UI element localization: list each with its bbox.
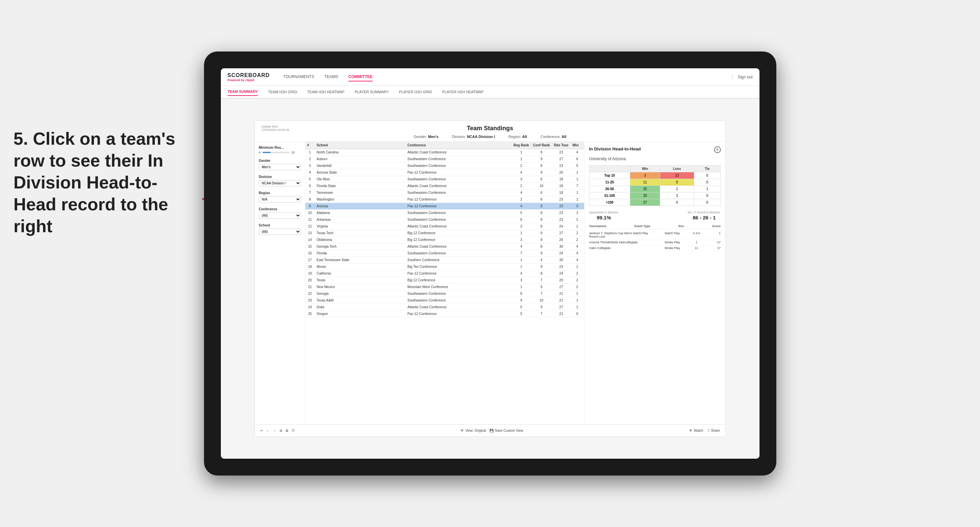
h2h-right-panel: In Division Head-to-Head × University of… <box>584 142 725 424</box>
undo-button[interactable]: ↩ <box>260 429 263 432</box>
table-row[interactable]: 21 New Mexico Mountain West Conference 1… <box>305 284 584 290</box>
cell-rds: 27 <box>552 284 570 290</box>
paste-button[interactable]: ⊞ <box>285 429 288 432</box>
cell-num: 8 <box>305 196 315 203</box>
h2h-cell-range: Top 10 <box>589 172 630 179</box>
table-row[interactable]: 3 Vanderbilt Southeastern Conference 2 8… <box>305 162 584 169</box>
table-row[interactable]: 10 Alabama Southeastern Conference 5 8 2… <box>305 210 584 216</box>
forward-button[interactable]: → <box>273 429 277 432</box>
cell-school: Virginia <box>315 223 406 230</box>
eye-icon: 👁 <box>689 429 692 432</box>
cell-win: 3 <box>571 203 584 210</box>
cell-conf-rank: 6 <box>531 189 552 196</box>
clock-button[interactable]: ⏱ <box>291 429 295 432</box>
table-row[interactable]: 18 Illinois Big Ten Conference 1 9 23 1 <box>305 264 584 270</box>
table-row[interactable]: 14 Oklahoma Big 12 Conference 3 8 26 2 <box>305 237 584 243</box>
nav-tournaments[interactable]: TOURNAMENTS <box>283 73 314 81</box>
cell-reg-rank: 3 <box>511 176 531 183</box>
table-row[interactable]: 19 California Pac-12 Conference 4 8 24 2 <box>305 270 584 277</box>
toolbar-center: 👁 View: Original 💾 Save Custom View <box>461 429 523 432</box>
table-row[interactable]: 5 Ole Miss Southeastern Conference 3 6 1… <box>305 176 584 183</box>
table-row[interactable]: 20 Texas Big 12 Conference 3 7 20 2 <box>305 277 584 284</box>
cell-win: 0 <box>571 311 584 317</box>
table-row[interactable]: 22 Georgia Southeastern Conference 8 7 2… <box>305 290 584 297</box>
h2h-cell-range: 51-100 <box>589 192 630 199</box>
filter-region-select[interactable]: N/A <box>259 196 301 203</box>
cell-reg-rank: 8 <box>511 290 531 297</box>
cell-school: Oklahoma <box>315 237 406 243</box>
table-row[interactable]: 15 Georgia Tech Atlantic Coast Conferenc… <box>305 243 584 250</box>
back-button[interactable]: ← <box>266 429 270 432</box>
sub-nav-player-h2h-grid[interactable]: PLAYER H2H GRID <box>399 88 432 95</box>
table-row[interactable]: 23 Texas A&M Southeastern Conference 9 1… <box>305 297 584 304</box>
copy-button[interactable]: ⧉ <box>280 429 282 433</box>
sub-nav-player-summary[interactable]: PLAYER SUMMARY <box>355 88 389 95</box>
cell-conference: Atlantic Coast Conference <box>405 149 511 156</box>
table-row[interactable]: 16 Florida Southeastern Conference 7 9 2… <box>305 250 584 257</box>
table-row[interactable]: 13 Texas Tech Big 12 Conference 1 9 27 2 <box>305 230 584 237</box>
nav-teams[interactable]: TEAMS <box>325 73 338 81</box>
cell-school: Tennessee <box>315 189 406 196</box>
cell-rds: 18 <box>552 183 570 189</box>
cell-num: 25 <box>305 311 315 317</box>
nav-committee[interactable]: COMMITTEE <box>348 73 373 81</box>
cell-win: 5 <box>571 162 584 169</box>
cell-rds: 30 <box>552 243 570 250</box>
table-row[interactable]: 2 Auburn Southeastern Conference 1 9 27 … <box>305 156 584 162</box>
cell-win: 4 <box>571 243 584 250</box>
cell-conference: Pac-12 Conference <box>405 311 511 317</box>
save-custom-view-button[interactable]: 💾 Save Custom View <box>490 429 523 432</box>
cell-rds: 23 <box>552 196 570 203</box>
cell-num: 14 <box>305 237 315 243</box>
table-row[interactable]: 4 Arizona State Pac-12 Conference 4 9 26… <box>305 169 584 176</box>
h2h-team-name: University of Arizona <box>589 157 721 161</box>
tournament-pos: 2-3-0 <box>689 232 705 238</box>
h2h-cell-range: 11-25 <box>589 179 630 186</box>
share-button[interactable]: ⤴ Share <box>708 429 720 432</box>
panel-filters: Gender: Men's Division: NCAA Division I … <box>414 135 566 139</box>
table-row[interactable]: 17 East Tennessee State Southern Confere… <box>305 257 584 264</box>
filter-conference-select[interactable]: (All) <box>259 212 301 219</box>
cell-rds: 23 <box>552 216 570 223</box>
sign-out-button[interactable]: Sign out <box>732 75 752 79</box>
filter-division-select[interactable]: NCAA Division I <box>259 180 301 186</box>
filter-slider[interactable] <box>262 152 290 153</box>
table-row[interactable]: 6 Florida State Atlantic Coast Conferenc… <box>305 183 584 189</box>
table-row[interactable]: 24 Duke Atlantic Coast Conference 5 9 27… <box>305 304 584 311</box>
table-row[interactable]: 11 Arkansas Southeastern Conference 6 8 … <box>305 216 584 223</box>
cell-school: Texas A&M <box>315 297 406 304</box>
cell-reg-rank: 1 <box>511 257 531 264</box>
view-original-button[interactable]: 👁 View: Original <box>461 429 486 432</box>
sub-nav-team-h2h-grid[interactable]: TEAM H2H GRID <box>268 88 297 95</box>
h2h-row: Top 10 3 13 0 <box>589 172 721 179</box>
tablet-shell: SCOREBOARD Powered by clippd TOURNAMENTS… <box>204 51 776 476</box>
cell-num: 21 <box>305 284 315 290</box>
cell-school: Texas <box>315 277 406 284</box>
h2h-close-button[interactable]: × <box>714 146 721 153</box>
table-row[interactable]: 9 Arizona Pac-12 Conference 4 8 23 3 <box>305 203 584 210</box>
share-icon: ⤴ <box>708 429 710 432</box>
table-row[interactable]: 12 Virginia Atlantic Coast Conference 3 … <box>305 223 584 230</box>
table-row[interactable]: 25 Oregon Pac-12 Conference 5 7 21 0 <box>305 311 584 317</box>
panel-title: Team Standings <box>467 125 514 132</box>
watch-button[interactable]: 👁 Watch <box>689 429 703 432</box>
cell-school: Auburn <box>315 156 406 162</box>
filter-school-select[interactable]: (All) <box>259 229 301 235</box>
sub-nav-team-h2h-heatmap[interactable]: TEAM H2H HEATMAP <box>307 88 344 95</box>
cell-num: 3 <box>305 162 315 169</box>
h2h-th-tie: Tie <box>694 165 721 172</box>
filter-region-label: Region <box>259 191 301 195</box>
table-row[interactable]: 1 North Carolina Atlantic Coast Conferen… <box>305 149 584 156</box>
table-row[interactable]: 8 Washington Pac-12 Conference 2 8 23 1 <box>305 196 584 203</box>
sub-nav-team-summary[interactable]: TEAM SUMMARY <box>228 88 258 96</box>
toolbar-right: 👁 Watch ⤴ Share <box>689 429 720 432</box>
filter-gender-select[interactable]: Men's <box>259 164 301 170</box>
table-row[interactable]: 7 Tennessee Southeastern Conference 4 6 … <box>305 189 584 196</box>
cell-num: 4 <box>305 169 315 176</box>
cell-conf-rank: 9 <box>531 149 552 156</box>
cell-win: 2 <box>571 284 584 290</box>
sub-nav-player-h2h-heatmap[interactable]: PLAYER H2H HEATMAP <box>442 88 484 95</box>
h2h-th-loss: Loss <box>660 165 694 172</box>
wlt-stat: W-L-T record in-division: 86 - 26 - 1 <box>688 211 721 221</box>
update-time-block: Update time: 27/03/2024 16:56:26 <box>262 125 290 132</box>
